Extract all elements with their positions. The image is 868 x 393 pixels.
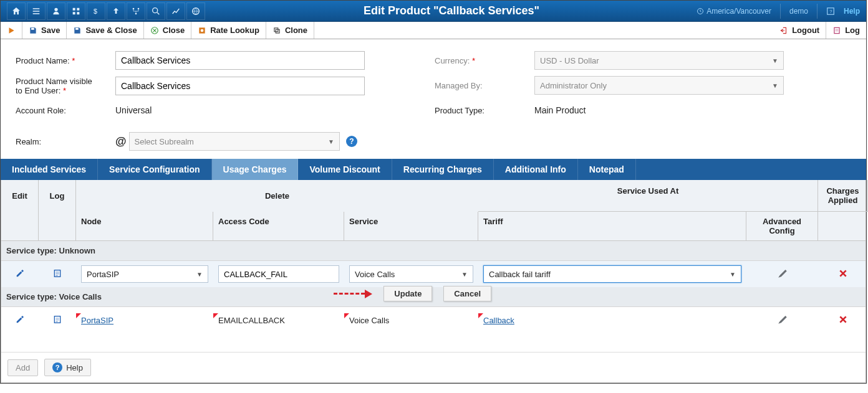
arrow-head-icon [365, 290, 372, 298]
cancel-button[interactable]: Cancel [443, 286, 491, 301]
table-row: PortaSIP EMAILCALLBACK Voice Calls Callb… [1, 307, 866, 333]
log-icon[interactable] [52, 268, 62, 280]
service-value: Voice Calls [349, 316, 389, 325]
add-button[interactable]: Add [7, 359, 38, 376]
currency-select[interactable]: USD - US Dollar▼ [534, 51, 784, 70]
col-log: Log [39, 180, 76, 212]
list-icon[interactable] [27, 2, 46, 20]
account-role-value: Universal [115, 105, 152, 115]
tab-notepad[interactable]: Notepad [578, 159, 636, 180]
section-voice: Service type: Voice Calls Update Cancel [1, 287, 866, 307]
dollar-icon[interactable]: $ [87, 2, 105, 20]
form-area: Product Name: * Product Name visibleto E… [1, 39, 866, 159]
play-button[interactable] [1, 22, 22, 39]
action-toolbar: Save Save & Close Close Rate Lookup Clon… [1, 22, 866, 39]
tariff-select[interactable]: Callback fail tariff▼ [483, 265, 741, 283]
tab-volume-discount[interactable]: Volume Discount [298, 159, 392, 180]
update-button[interactable]: Update [383, 286, 432, 301]
svg-rect-10 [75, 27, 79, 29]
save-close-button[interactable]: Save & Close [67, 22, 143, 39]
svg-point-4 [153, 7, 158, 12]
save-button[interactable]: Save [22, 22, 67, 39]
footer-bar: Add ?Help [1, 352, 866, 382]
service-select[interactable]: Voice Calls▼ [349, 265, 473, 283]
advanced-config-icon[interactable] [777, 314, 788, 327]
product-name-label: Product Name: * [16, 56, 115, 65]
product-type-value: Main Product [534, 105, 586, 115]
svg-point-13 [201, 29, 204, 32]
realm-label: Realm: [16, 137, 115, 146]
tab-recurring-charges[interactable]: Recurring Charges [392, 159, 494, 180]
product-name-input[interactable] [115, 51, 365, 70]
usage-grid: Edit Log Service Used At Charges Applied… [1, 180, 866, 383]
help-icon-top[interactable]: ? [826, 7, 835, 16]
edit-icon[interactable] [15, 268, 25, 280]
svg-rect-9 [31, 27, 34, 29]
svg-point-3 [135, 12, 137, 14]
chart-icon[interactable] [166, 2, 185, 20]
footer-help-button[interactable]: ?Help [44, 359, 91, 376]
section-unknown: Service type: Unknown [1, 241, 866, 261]
tab-included-services[interactable]: Included Services [1, 159, 98, 180]
svg-text:?: ? [829, 8, 832, 14]
tariff-link[interactable]: Callback [483, 316, 514, 325]
rate-lookup-button[interactable]: Rate Lookup [191, 22, 266, 39]
product-name-visible-label: Product Name visibleto End User: * [16, 77, 115, 95]
clone-button[interactable]: Clone [266, 22, 314, 39]
arrow-up-icon[interactable] [107, 2, 125, 20]
close-button[interactable]: Close [144, 22, 191, 39]
svg-text:$: $ [94, 7, 97, 15]
tabs: Included Services Service Configuration … [1, 159, 866, 180]
tab-usage-charges[interactable]: Usage Charges [212, 159, 299, 180]
log-button[interactable]: Log [826, 22, 866, 39]
col-node: Node [76, 212, 213, 240]
tab-service-config[interactable]: Service Configuration [98, 159, 211, 180]
advanced-config-icon[interactable] [777, 268, 788, 281]
col-access-code: Access Code [213, 212, 344, 240]
person-icon[interactable] [47, 2, 65, 20]
tab-additional-info[interactable]: Additional Info [494, 159, 578, 180]
col-service: Service [344, 212, 478, 240]
delete-icon[interactable] [838, 268, 848, 280]
help-link[interactable]: Help [844, 7, 860, 16]
user-link[interactable]: demo [789, 7, 808, 16]
col-charges-applied: Charges Applied [818, 180, 868, 212]
access-code-value: EMAILCALLBACK [218, 316, 285, 325]
svg-rect-17 [54, 270, 60, 277]
svg-rect-16 [834, 27, 839, 33]
edit-icon[interactable] [15, 315, 25, 326]
globe-icon[interactable] [186, 2, 205, 20]
home-icon[interactable] [7, 2, 26, 20]
account-role-label: Account Role: [16, 106, 115, 115]
currency-label: Currency: * [435, 56, 534, 65]
flow-icon[interactable] [127, 2, 145, 20]
svg-rect-18 [54, 316, 60, 323]
managed-by-label: Managed By: [435, 81, 534, 90]
page-title: Edit Product "Callback Services" [206, 4, 697, 17]
delete-icon[interactable] [838, 315, 848, 326]
svg-point-1 [133, 7, 135, 9]
node-link[interactable]: PortaSIP [81, 316, 113, 325]
col-adv-config: Advanced Config [746, 212, 818, 240]
search-icon[interactable] [147, 2, 165, 20]
top-bar: $ Edit Product "Callback Services" Ameri… [1, 1, 866, 22]
col-delete: Delete [76, 180, 478, 212]
col-edit: Edit [1, 180, 39, 212]
realm-select[interactable]: Select Subrealm▼ [129, 132, 340, 151]
product-type-label: Product Type: [435, 106, 534, 115]
log-icon[interactable] [52, 315, 62, 326]
realm-help-icon[interactable]: ? [346, 136, 357, 147]
logout-button[interactable]: Logout [773, 22, 826, 39]
managed-by-select[interactable]: Administrator Only▼ [534, 76, 784, 95]
col-service-used: Service Used At [478, 180, 818, 212]
col-tariff: Tariff [478, 212, 746, 240]
at-symbol: @ [115, 135, 127, 148]
apps-icon[interactable] [67, 2, 85, 20]
node-select[interactable]: PortaSIP▼ [81, 265, 208, 283]
access-code-input[interactable] [218, 265, 339, 283]
product-name-visible-input[interactable] [115, 77, 365, 95]
table-row: PortaSIP▼ Voice Calls▼ Callback fail tar… [1, 261, 866, 287]
timezone-link[interactable]: America/Vancouver [697, 7, 771, 16]
svg-point-2 [138, 7, 140, 9]
arrow-decoration [334, 293, 365, 295]
